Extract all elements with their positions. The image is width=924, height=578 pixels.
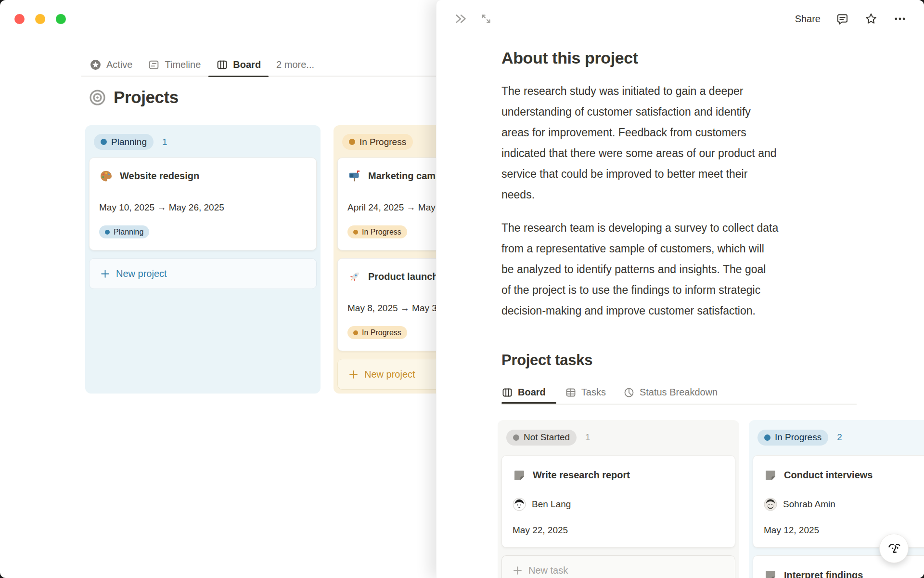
card-status-tag: In Progress [347,225,407,238]
avatar-ben-lang [513,498,526,511]
project-tasks-heading: Project tasks [501,350,867,370]
status-dot [105,230,110,235]
column-not-started: Not Started 1 Write research report [498,420,739,578]
tab-active-view[interactable]: Active [90,53,140,76]
about-paragraph-1: The research study was initiated to gain… [501,81,867,205]
tab-label: Active [106,59,132,70]
star-circle-icon [90,59,102,71]
about-paragraph-2: The research team is developing a survey… [501,218,867,321]
task-card-conduct-interviews[interactable]: Conduct interviews Sohrab Amin May 12, 2… [753,455,924,548]
zoom-window-button[interactable] [56,14,66,24]
panel-content: About this project The research study wa… [501,47,867,578]
tab-board-view[interactable]: Board [208,53,269,76]
close-window-button[interactable] [14,14,25,24]
tab-timeline-view[interactable]: Timeline [140,53,208,76]
status-dot [764,434,770,441]
card-title: Website redesign [120,171,199,182]
status-dot [353,330,358,335]
avatar-sohrab-amin [764,498,777,511]
note-icon [513,469,526,482]
tab-more-views[interactable]: 2 more... [269,53,322,76]
status-pill-in-progress[interactable]: In Progress [342,134,413,150]
rocket-emoji-icon [347,270,361,284]
comment-icon[interactable] [836,13,849,26]
column-count: 1 [585,432,590,443]
card-status-tag: In Progress [347,326,407,339]
target-icon [89,89,106,106]
ai-face-icon [886,540,902,557]
card-status-tag: Planning [99,225,149,238]
assignee-name: Sohrab Amin [783,499,835,510]
note-icon [764,569,777,578]
new-task-button[interactable]: New task [501,555,735,578]
page-title: Projects [114,88,179,107]
plus-icon [348,369,359,380]
column-header: Planning 1 [94,134,315,150]
assignee-name: Ben Lang [532,499,571,510]
plus-icon [100,269,110,279]
new-project-button[interactable]: New project [89,258,317,289]
assignee-row: Sohrab Amin [764,497,924,512]
card-title: Conduct interviews [784,470,873,481]
notion-window: Active Timeline Board 2 more... Projects [0,0,924,578]
card-title: Product launch [368,271,438,282]
plus-icon [513,565,523,576]
expand-icon[interactable] [480,13,492,25]
card-title: Interpret findings [784,570,863,578]
status-pill-not-started[interactable]: Not Started [506,430,577,446]
task-board: Not Started 1 Write research report [498,420,924,578]
panel-header: Share [436,0,924,38]
notion-ai-button[interactable] [879,534,909,563]
status-pill-in-progress[interactable]: In Progress [757,430,828,446]
table-icon [565,387,577,398]
column-count: 2 [837,432,842,443]
card-title: Write research report [533,470,630,481]
tab-label: Timeline [165,59,201,70]
status-dot [353,230,358,235]
task-tabs-divider [501,404,857,405]
column-header: In Progress 2 [757,430,924,446]
tab-task-table[interactable]: Tasks [556,381,615,404]
card-date: May 22, 2025 [513,525,724,536]
tab-status-breakdown[interactable]: Status Breakdown [615,381,726,404]
card-date: May 10, 2025 → May 26, 2025 [99,202,307,213]
board-icon [501,387,513,398]
status-pill-planning[interactable]: Planning [94,134,154,150]
share-button[interactable]: Share [795,13,821,25]
page-title-row: Projects [89,88,179,107]
mailbox-emoji-icon [347,169,361,183]
tab-label: Board [233,59,261,70]
assignee-row: Ben Lang [513,497,724,512]
pie-chart-icon [623,387,635,398]
side-peek-panel: Share About this project The research st… [436,0,924,578]
palette-emoji-icon [99,169,113,183]
tab-task-board[interactable]: Board [501,381,556,404]
window-controls [14,14,66,24]
double-chevron-right-icon[interactable] [454,12,468,26]
status-dot [513,434,519,441]
status-dot [101,139,107,145]
minimize-window-button[interactable] [35,14,45,24]
column-header: Not Started 1 [506,430,733,446]
more-options-icon[interactable] [893,12,907,26]
board-icon [216,59,228,71]
note-icon [764,469,777,482]
task-view-tabs: Board Tasks Status Breakdown [501,381,867,404]
card-date: May 12, 2025 [764,525,924,536]
column-count: 1 [162,137,167,147]
view-tabs: Active Timeline Board 2 more... [90,53,322,76]
column-planning: Planning 1 Website redesign May 10, 2025… [85,125,321,394]
favorite-star-icon[interactable] [864,12,878,26]
task-card-write-research-report[interactable]: Write research report Ben Lang May 22, 2… [501,455,735,548]
project-card-website-redesign[interactable]: Website redesign May 10, 2025 → May 26, … [89,158,317,250]
about-heading: About this project [501,47,867,68]
tab-label: 2 more... [276,59,314,70]
timeline-icon [148,59,160,71]
status-dot [349,139,355,145]
